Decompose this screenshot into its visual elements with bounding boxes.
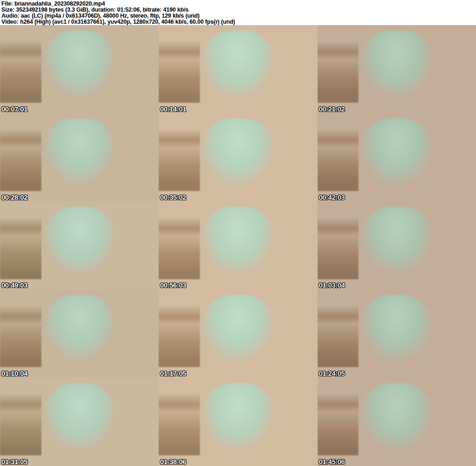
- video-frame-thumbnail: 00:14:01: [159, 25, 317, 113]
- timestamp-label: 01:10:04: [1, 369, 27, 377]
- thumbnail-grid: 00:07:01 00:14:01 00:21:02 00:28:02 00:3…: [0, 25, 476, 466]
- video-frame-thumbnail: 01:38:06: [159, 378, 317, 466]
- video-frame-thumbnail: 00:49:03: [0, 202, 159, 290]
- file-metadata-header: File: briannadahlia_202308292020.mp4 Siz…: [0, 0, 476, 25]
- video-frame-thumbnail: 00:35:02: [159, 113, 317, 202]
- timestamp-label: 01:17:05: [160, 369, 186, 377]
- video-frame-thumbnail: 00:56:03: [159, 202, 317, 290]
- video-frame-thumbnail: 01:17:05: [159, 289, 317, 378]
- video-info-line: Video: h264 (High) (avc1 / 0x31637661), …: [1, 19, 476, 25]
- video-frame-thumbnail: 01:10:04: [0, 289, 159, 378]
- timestamp-label: 01:24:05: [319, 369, 345, 377]
- timestamp-label: 00:56:03: [160, 281, 186, 289]
- timestamp-label: 00:21:02: [319, 105, 345, 113]
- timestamp-label: 01:45:06: [319, 458, 345, 466]
- timestamp-label: 00:28:02: [1, 193, 27, 201]
- timestamp-label: 00:42:03: [319, 193, 345, 201]
- video-frame-thumbnail: 01:45:06: [317, 378, 476, 466]
- video-frame-thumbnail: 01:31:05: [0, 378, 159, 466]
- video-frame-thumbnail: 00:28:02: [0, 113, 159, 202]
- timestamp-label: 00:07:01: [1, 105, 27, 113]
- timestamp-label: 01:31:05: [1, 458, 27, 466]
- video-frame-thumbnail: 01:03:04: [317, 202, 476, 290]
- timestamp-label: 01:03:04: [319, 281, 345, 289]
- video-frame-thumbnail: 00:42:03: [317, 113, 476, 202]
- timestamp-label: 00:35:02: [160, 193, 186, 201]
- video-frame-thumbnail: 01:24:05: [317, 289, 476, 378]
- timestamp-label: 00:49:03: [1, 281, 27, 289]
- timestamp-label: 00:14:01: [160, 105, 186, 113]
- video-contact-sheet: File: briannadahlia_202308292020.mp4 Siz…: [0, 0, 476, 466]
- video-frame-thumbnail: 00:21:02: [317, 25, 476, 113]
- timestamp-label: 01:38:06: [160, 458, 186, 466]
- video-frame-thumbnail: 00:07:01: [0, 25, 159, 113]
